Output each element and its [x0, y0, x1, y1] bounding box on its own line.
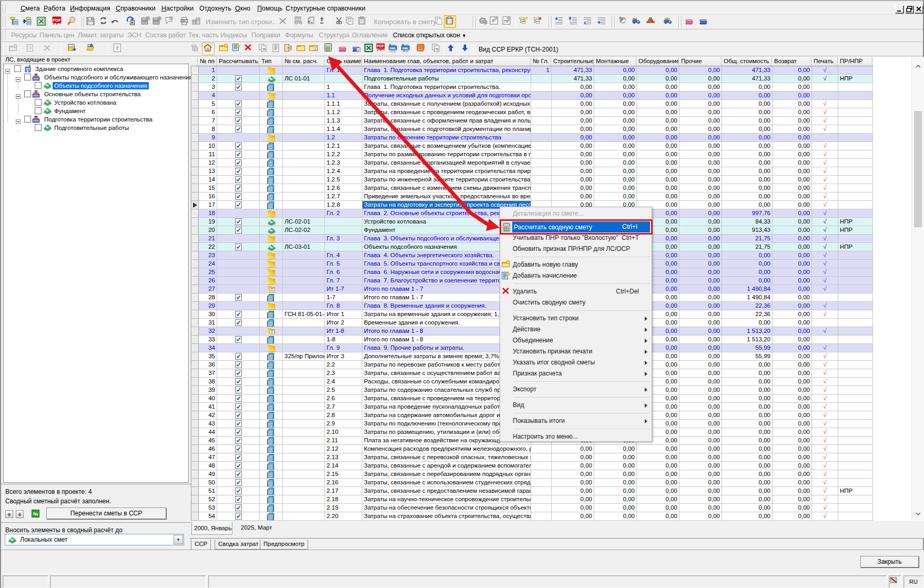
svg-text:P: P [492, 18, 495, 24]
svg-text:PDF: PDF [53, 18, 61, 23]
svg-text:Σ: Σ [271, 287, 273, 292]
svg-text:Σ: Σ [314, 47, 317, 50]
svg-text:Σ: Σ [271, 329, 273, 334]
svg-text:?: ? [116, 45, 119, 51]
svg-text:ГГЭ: ГГЭ [391, 49, 394, 52]
svg-text:PDF: PDF [377, 44, 385, 48]
svg-text:%: % [262, 47, 265, 51]
svg-text:F: F [358, 48, 360, 52]
svg-text:%: % [435, 47, 438, 51]
svg-text:МГЭ: МГЭ [403, 49, 408, 52]
